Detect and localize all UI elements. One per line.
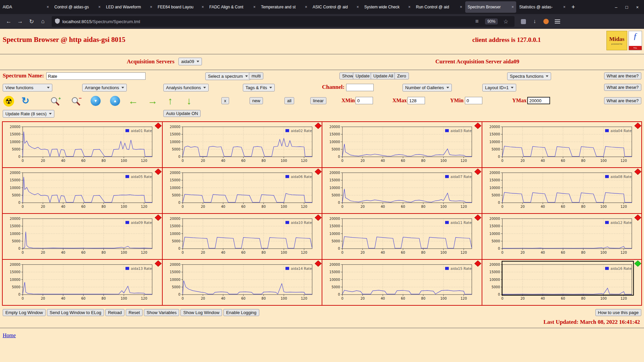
tab-control-aidas-gs[interactable]: Control @ aidas-gs× [52, 1, 103, 13]
radiation-icon[interactable]: ☢ [3, 96, 14, 107]
how-to-use-button[interactable]: How to use this page [595, 309, 641, 316]
menu-icon[interactable] [552, 16, 563, 26]
tab-close-icon[interactable]: × [149, 5, 152, 9]
tab-close-icon[interactable]: × [200, 5, 204, 9]
update-all-button[interactable]: Update All [371, 72, 396, 79]
spectrum-chart-aida02[interactable]: 05000100001500020000020406080100120aida0… [162, 122, 322, 168]
spectrum-chart-aida04[interactable]: 05000100001500020000020406080100120aida0… [482, 122, 642, 168]
zoom-in-icon[interactable]: + [50, 96, 61, 109]
xmax-input[interactable] [408, 97, 425, 104]
spectrum-chart-aida10[interactable]: 05000100001500020000020406080100120aida1… [162, 214, 322, 259]
ymax-input[interactable] [527, 97, 550, 104]
reload-button[interactable]: Reload [105, 309, 124, 316]
spectrum-chart-aida05[interactable]: 05000100001500020000020406080100120aida0… [2, 168, 162, 214]
update-rate-select[interactable]: Update Rate (8 secs) [3, 110, 54, 118]
tcl-logo[interactable]: ƒ TCL POWERED [629, 31, 642, 50]
x-button[interactable]: x [221, 97, 229, 104]
pan-up-icon[interactable]: ↑ [168, 96, 173, 106]
reset-button[interactable]: Reset [126, 309, 143, 316]
spectrum-chart-aida12[interactable]: 05000100001500020000020406080100120aida1… [482, 214, 642, 259]
bookmark-star-icon[interactable]: ☆ [500, 16, 511, 26]
spectrum-chart-aida16[interactable]: 05000100001500020000020406080100120aida1… [482, 259, 642, 305]
pan-left-icon[interactable]: ← [128, 96, 138, 106]
tab-spectrum-browser[interactable]: Spectrum Browser× [465, 1, 516, 13]
select-a-spectrum-select[interactable]: Select a spectrum [205, 72, 251, 80]
tab-led-and-waveform[interactable]: LED and Waveform× [104, 1, 155, 13]
send-log-window-to-elog-button[interactable]: Send Log Window to ELog [47, 309, 104, 316]
xmin-input[interactable] [356, 97, 373, 104]
zero-button[interactable]: Zero [394, 72, 409, 79]
pan-down-icon[interactable]: ↓ [186, 96, 192, 106]
tab-fee64-board-layou[interactable]: FEE64 board Layou× [155, 1, 206, 13]
show-log-window-button[interactable]: Show Log Window [180, 309, 222, 316]
tags-fits-select[interactable]: Tags & Fits [243, 84, 275, 92]
all-button[interactable]: all [284, 97, 294, 104]
spectrum-chart-aida08[interactable]: 05000100001500020000020406080100120aida0… [482, 168, 642, 214]
new-tab-button[interactable]: + [568, 4, 578, 11]
acquisition-server-select[interactable]: aida09 [178, 58, 202, 65]
refresh-spectra-icon[interactable]: ↻ [21, 96, 29, 106]
show-variables-button[interactable]: Show Variables [144, 309, 179, 316]
spectrum-chart-aida15[interactable]: 05000100001500020000020406080100120aida1… [322, 259, 482, 305]
spectrum-chart-aida11[interactable]: 05000100001500020000020406080100120aida1… [322, 214, 482, 259]
update-button[interactable]: Update [353, 72, 372, 79]
new-button[interactable]: new [250, 97, 263, 104]
reader-view-icon[interactable]: ≡ [472, 16, 482, 26]
url-bar[interactable]: localhost:8015/Spectrum/Spectrum.tml ≡ 9… [52, 16, 515, 27]
enable-logging-button[interactable]: Enable Logging [223, 309, 259, 316]
tab-close-icon[interactable]: × [45, 5, 49, 9]
channel-input[interactable] [346, 84, 374, 91]
zoom-level-badge[interactable]: 90% [485, 18, 498, 24]
pocket-icon[interactable] [518, 16, 529, 26]
linear-button[interactable]: linear [310, 97, 326, 104]
close-window-icon[interactable]: × [636, 5, 639, 10]
spectrum-name-input[interactable] [46, 72, 146, 80]
spectrum-chart-aida07[interactable]: 05000100001500020000020406080100120aida0… [322, 168, 482, 214]
auto-update-button[interactable]: Auto Update ON [163, 110, 201, 117]
multi-button[interactable]: multi [249, 72, 263, 79]
tab-close-icon[interactable]: × [304, 5, 307, 9]
extension-icon[interactable] [541, 16, 551, 26]
spectrum-chart-aida03[interactable]: 05000100001500020000020406080100120aida0… [322, 122, 482, 168]
tab-system-wide-check[interactable]: System wide Check× [362, 1, 413, 13]
expand-y-icon[interactable]: ▲ [110, 96, 120, 106]
pan-right-icon[interactable]: → [148, 96, 158, 106]
layout-id-select[interactable]: Layout ID=1 [482, 84, 516, 92]
empty-log-window-button[interactable]: Empty Log Window [3, 309, 46, 316]
tab-close-icon[interactable]: × [459, 5, 462, 9]
tab-temperature-and-st[interactable]: Temperature and st× [259, 1, 310, 13]
number-of-galleries-select[interactable]: Number of Galleries [402, 84, 452, 92]
tab-fadc-align-cont[interactable]: FADC Align & Cont× [207, 1, 258, 13]
midas-logo[interactable]: Midas powered by [606, 31, 627, 50]
minimize-icon[interactable]: – [615, 5, 617, 10]
download-icon[interactable]: ↓ [529, 16, 540, 26]
tab-aida[interactable]: AIDA× [0, 1, 51, 13]
tab-close-icon[interactable]: × [407, 5, 411, 9]
maximize-icon[interactable]: □ [626, 5, 628, 10]
zoom-out-icon[interactable]: − [70, 96, 82, 109]
spectrum-chart-aida14[interactable]: 05000100001500020000020406080100120aida1… [162, 259, 322, 305]
tab-statistics-aidas-[interactable]: Statistics @ aidas-× [517, 1, 568, 13]
shield-icon[interactable] [55, 18, 60, 25]
what-are-these-button-3[interactable]: What are these? [604, 97, 641, 104]
back-icon[interactable]: ← [3, 16, 14, 26]
ymin-input[interactable] [465, 97, 482, 104]
analysis-functions-select[interactable]: Analysis functions [163, 84, 209, 92]
home-icon[interactable]: ⌂ [38, 16, 48, 26]
spectrum-chart-aida13[interactable]: 05000100001500020000020406080100120aida1… [2, 259, 162, 305]
forward-icon[interactable]: → [15, 16, 25, 26]
view-functions-select[interactable]: View functions [3, 84, 52, 92]
spectrum-chart-aida09[interactable]: 05000100001500020000020406080100120aida0… [2, 214, 162, 259]
tab-close-icon[interactable]: × [252, 5, 256, 9]
what-are-these-button-2[interactable]: What are these? [604, 84, 641, 91]
what-are-these-button-1[interactable]: What are these? [604, 72, 641, 79]
tab-asic-control-aid[interactable]: ASIC Control @ aid× [310, 1, 361, 13]
spectrum-chart-aida01[interactable]: 05000100001500020000020406080100120aida0… [2, 122, 162, 168]
tab-close-icon[interactable]: × [510, 5, 514, 9]
tab-close-icon[interactable]: × [562, 5, 566, 9]
tab-close-icon[interactable]: × [355, 5, 359, 9]
spectrum-chart-aida06[interactable]: 05000100001500020000020406080100120aida0… [162, 168, 322, 214]
compress-y-icon[interactable]: ▼ [91, 96, 101, 106]
home-link[interactable]: Home [3, 333, 16, 338]
tab-run-control-aid[interactable]: Run Control @ aid× [414, 1, 465, 13]
